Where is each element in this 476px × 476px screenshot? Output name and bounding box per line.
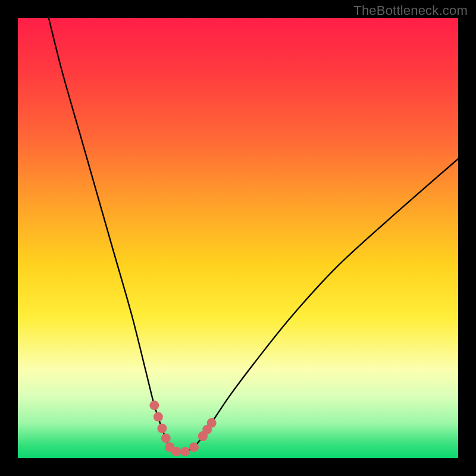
highlight-dot xyxy=(161,433,171,443)
bottleneck-curve xyxy=(49,18,458,452)
watermark-text: TheBottleneck.com xyxy=(353,3,468,18)
highlight-dot xyxy=(149,400,159,410)
plot-area xyxy=(18,18,458,458)
highlight-dot xyxy=(171,447,181,456)
highlight-dot xyxy=(189,443,199,452)
highlight-dot xyxy=(207,418,217,428)
bottleneck-curve-path xyxy=(49,18,458,452)
highlight-dot xyxy=(180,447,190,456)
highlight-bottom xyxy=(165,431,208,456)
highlight-dot xyxy=(198,431,208,441)
curve-svg xyxy=(18,18,458,458)
highlight-dot xyxy=(154,412,163,422)
chart-frame: TheBottleneck.com xyxy=(0,0,476,476)
highlight-dot xyxy=(157,424,167,433)
